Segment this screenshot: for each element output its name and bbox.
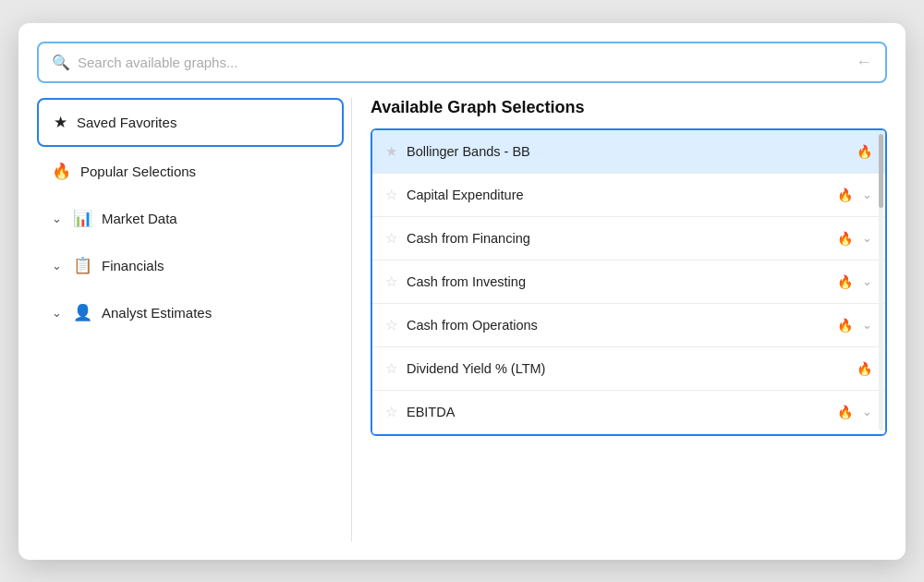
modal-container: 🔍 ← ★ Saved Favorites 🔥 Popular Selectio…: [18, 23, 906, 560]
body-layout: ★ Saved Favorites 🔥 Popular Selections ⌄…: [37, 98, 887, 541]
sidebar-item-label: Financials: [102, 258, 164, 273]
graph-item-cash-from-operations[interactable]: ☆ Cash from Operations 🔥 ⌄: [372, 304, 885, 347]
search-bar: 🔍 ←: [37, 42, 887, 83]
sidebar-item-saved-favorites[interactable]: ★ Saved Favorites: [37, 98, 344, 147]
star-icon[interactable]: ☆: [385, 360, 397, 377]
graph-item-name: Cash from Financing: [407, 231, 828, 246]
sidebar-item-label: Popular Selections: [80, 164, 196, 179]
graph-item-name: Cash from Operations: [407, 318, 828, 333]
chevron-icon: ⌄: [52, 259, 62, 273]
star-icon[interactable]: ☆: [385, 404, 397, 420]
scrollbar-thumb[interactable]: [879, 134, 883, 208]
sidebar-item-label: Analyst Estimates: [102, 305, 212, 321]
graph-item-dividend-yield[interactable]: ☆ Dividend Yield % (LTM) 🔥: [372, 347, 885, 391]
sidebar-item-analyst-estimates[interactable]: ⌄ 👤 Analyst Estimates: [37, 290, 344, 335]
sidebar-item-market-data[interactable]: ⌄ 📊 Market Data: [37, 196, 344, 241]
graph-item-capital-expenditure[interactable]: ☆ Capital Expenditure 🔥 ⌄: [372, 174, 885, 217]
fire-icon: 🔥: [857, 361, 872, 376]
star-icon[interactable]: ☆: [385, 230, 397, 247]
fire-icon: 🔥: [837, 188, 853, 202]
chevron-icon: ⌄: [52, 306, 62, 320]
fire-icon: 🔥: [857, 144, 872, 159]
person-icon: 👤: [73, 303, 92, 322]
graph-item-name: Cash from Investing: [407, 274, 828, 289]
star-filled-icon: ★: [54, 113, 67, 132]
fire-icon: 🔥: [837, 318, 853, 333]
graph-item-bollinger-bands[interactable]: ★ Bollinger Bands - BB 🔥: [372, 130, 885, 174]
graph-item-cash-from-financing[interactable]: ☆ Cash from Financing 🔥 ⌄: [372, 217, 885, 261]
scrollbar-track[interactable]: [879, 134, 883, 430]
search-icon: 🔍: [52, 54, 70, 71]
sidebar-item-popular-selections[interactable]: 🔥 Popular Selections: [37, 149, 344, 194]
fire-icon: 🔥: [837, 231, 853, 246]
fire-icon: 🔥: [837, 274, 853, 289]
sidebar: ★ Saved Favorites 🔥 Popular Selections ⌄…: [37, 98, 351, 541]
star-icon[interactable]: ★: [385, 143, 397, 160]
graph-item-ebitda[interactable]: ☆ EBITDA 🔥 ⌄: [372, 391, 885, 434]
chevron-down-icon: ⌄: [862, 274, 872, 288]
panel-title: Available Graph Selections: [371, 98, 887, 117]
chevron-down-icon: ⌄: [862, 318, 872, 332]
sidebar-item-label: Market Data: [102, 211, 177, 226]
chevron-down-icon: ⌄: [862, 405, 872, 418]
graph-item-name: Dividend Yield % (LTM): [407, 361, 847, 376]
search-input[interactable]: [78, 55, 848, 70]
graph-item-name: Capital Expenditure: [407, 188, 828, 202]
sidebar-item-financials[interactable]: ⌄ 📋 Financials: [37, 243, 344, 288]
chevron-icon: ⌄: [52, 212, 62, 225]
star-icon[interactable]: ☆: [385, 317, 397, 333]
chart-icon: 📊: [73, 209, 92, 228]
chevron-down-icon: ⌄: [862, 231, 872, 245]
graph-list: ★ Bollinger Bands - BB 🔥 ☆ Capital Expen…: [371, 128, 887, 436]
flame-icon: 🔥: [52, 162, 71, 181]
star-icon[interactable]: ☆: [385, 273, 397, 290]
graph-item-name: EBITDA: [407, 405, 828, 419]
chevron-down-icon: ⌄: [862, 188, 872, 201]
fire-icon: 🔥: [837, 405, 853, 419]
graph-item-cash-from-investing[interactable]: ☆ Cash from Investing 🔥 ⌄: [372, 261, 885, 304]
main-panel: Available Graph Selections ★ Bollinger B…: [351, 98, 887, 541]
menu-icon[interactable]: ←: [856, 53, 872, 72]
star-icon[interactable]: ☆: [385, 187, 397, 203]
graph-item-name: Bollinger Bands - BB: [407, 144, 847, 159]
document-icon: 📋: [73, 256, 92, 275]
sidebar-item-label: Saved Favorites: [77, 115, 176, 130]
